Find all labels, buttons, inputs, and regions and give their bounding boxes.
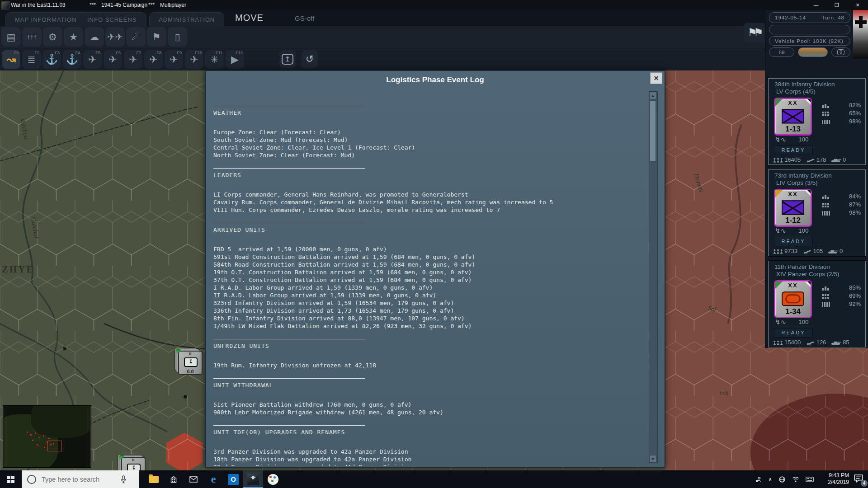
- unit-symbol-icon: ↧: [184, 357, 198, 367]
- tab-map-information[interactable]: MAP INFORMATION: [5, 12, 86, 27]
- people-icon[interactable]: [755, 476, 762, 483]
- ground-units-button[interactable]: ▤: [1, 27, 21, 47]
- up-arrow-icon: ↥: [282, 54, 294, 65]
- section-divider: [213, 425, 365, 426]
- touch-keyboard-icon[interactable]: [806, 477, 814, 482]
- afv-count: 0: [843, 156, 846, 163]
- rail-transport-button[interactable]: ≣F2: [22, 50, 41, 69]
- air-attack-button[interactable]: ✳F11: [205, 50, 224, 69]
- event-log-body: WEATHEREurope Zone: Clear (Forecast: Cle…: [213, 106, 646, 466]
- victory-flags-button[interactable]: ⚑⚑: [744, 23, 767, 42]
- movement-row: ↯∿ 100: [775, 318, 786, 326]
- network-icon[interactable]: [778, 476, 786, 483]
- minimize-button[interactable]: —: [806, 0, 826, 10]
- unit-name: 73rd Infantry Division: [774, 172, 832, 179]
- air-strike-button[interactable]: ☄: [126, 27, 146, 47]
- search-input[interactable]: [41, 475, 119, 483]
- scroll-down-button[interactable]: ▼: [649, 455, 656, 463]
- air-recon-button[interactable]: ✈F5: [83, 50, 102, 69]
- unit-stats: 82% 65% 98%: [821, 101, 861, 126]
- gs-toggle[interactable]: GS-off: [295, 14, 314, 22]
- naval-transport-button[interactable]: ⚓F3: [42, 50, 61, 69]
- unit-upgrade-button[interactable]: ↥: [279, 50, 296, 68]
- taskbar-store[interactable]: [164, 470, 184, 488]
- save-flag-button[interactable]: ⚑: [147, 27, 166, 47]
- fkey-label: F12: [236, 51, 243, 55]
- unit-counter[interactable]: XX 1-13: [774, 98, 812, 136]
- close-window-button[interactable]: ✕: [847, 0, 868, 10]
- log-line: Cavalry Rum. Corps commander, General de…: [213, 198, 646, 206]
- unit-card[interactable]: 384th Infantry Division LV Corps (4/5) X…: [768, 78, 866, 165]
- toe-value: 65%: [849, 110, 861, 117]
- log-line: 19th Rum. Infantry Division unfrozen at …: [213, 361, 646, 369]
- map-unit-counter[interactable]: ⚑ II ↧ 0-0: [178, 351, 203, 375]
- map-unit-counter[interactable]: ⚑ II ↧: [121, 457, 146, 470]
- unit-card[interactable]: 73rd Infantry Division LIV Corps (3/5) X…: [768, 169, 866, 256]
- notification-badge: 4: [861, 480, 868, 487]
- taskbar-outlook[interactable]: O: [223, 470, 243, 488]
- undo-move-button[interactable]: ↺: [302, 50, 318, 68]
- scroll-up-button[interactable]: ▲: [649, 92, 656, 99]
- taskbar-paint[interactable]: [263, 470, 283, 488]
- wite-game-icon: [247, 473, 259, 486]
- unit-counter[interactable]: XX 1-34: [774, 280, 812, 318]
- admin-points-value: 59: [779, 50, 785, 55]
- minimap-unit-dot: [38, 437, 40, 438]
- taskbar-file-explorer[interactable]: [144, 470, 164, 488]
- minimap-viewport[interactable]: [47, 441, 62, 451]
- wifi-icon[interactable]: [792, 476, 799, 482]
- dialog-title: Logistics Phase Event Log: [206, 75, 665, 84]
- tray-expand-chevron[interactable]: ∧: [768, 476, 772, 483]
- minimap-unit-dot: [48, 438, 50, 439]
- unit-counter[interactable]: XX 1-12: [774, 189, 812, 227]
- taskbar-clock[interactable]: 9:43 PM 2/4/2019: [828, 472, 849, 486]
- iron-cross-icon: [855, 16, 867, 28]
- men-count: 16405: [784, 156, 801, 163]
- taskbar-game-wite[interactable]: [243, 470, 263, 488]
- air-doctrine-button[interactable]: ✈✈: [105, 27, 125, 47]
- amphibious-transport-button[interactable]: ⚓F4: [63, 50, 81, 69]
- unit-corps: LV Corps (4/5): [776, 88, 816, 95]
- tank-icon: [830, 158, 841, 163]
- minimap-unit-dot: [32, 440, 33, 441]
- maximize-button[interactable]: ❐: [826, 0, 847, 10]
- start-button[interactable]: [0, 470, 22, 488]
- casualties-button[interactable]: †††: [22, 27, 42, 47]
- vehicle-pool-value: Vehicle Pool: 103K (92K): [775, 38, 844, 44]
- fkey-label: F10: [195, 51, 202, 55]
- taskbar-mail[interactable]: [184, 470, 203, 488]
- minimap[interactable]: [4, 406, 90, 467]
- airborne-drop-button[interactable]: ✈F9: [165, 50, 183, 69]
- minimap-unit-dot: [35, 432, 36, 434]
- status-badge: READY: [774, 328, 813, 338]
- taskbar-edge[interactable]: e: [203, 470, 223, 488]
- action-center-button[interactable]: 4: [854, 474, 865, 485]
- air-transfer-button[interactable]: ✈F10: [185, 50, 203, 69]
- echelon-label: XX: [775, 282, 811, 289]
- terrain-preview-button[interactable]: [798, 47, 828, 57]
- move-mode-button[interactable]: ↝F1: [2, 50, 20, 69]
- unit-name: 11th Panzer Division: [774, 263, 830, 270]
- ground-support-button[interactable]: ✈F7: [124, 50, 142, 69]
- air-transfer-icon: ✈: [190, 55, 198, 65]
- settings-gear-icon: ⚙: [48, 32, 57, 42]
- air-transport-button[interactable]: ✈F6: [104, 50, 122, 69]
- section-divider: [213, 168, 365, 169]
- taskbar-search[interactable]: [22, 470, 139, 488]
- counter-toggle-button[interactable]: 0: [831, 47, 850, 57]
- scroll-thumb[interactable]: [650, 100, 656, 162]
- microphone-icon: [120, 475, 127, 483]
- window-titlebar: War in the East1.11.03 *** 1941-45 Campa…: [0, 0, 868, 10]
- tab-info-screens[interactable]: INFO SCREENS: [78, 12, 146, 27]
- end-phase-button[interactable]: ▶F12: [226, 50, 244, 69]
- city-bombing-button[interactable]: ✈F8: [144, 50, 163, 69]
- weather-button[interactable]: ☁: [85, 27, 104, 47]
- unit-card[interactable]: 11th Panzer Division XIV Panzer Corps (2…: [768, 261, 866, 347]
- settings-gear-button[interactable]: ⚙: [43, 27, 62, 47]
- dialog-close-button[interactable]: ✕: [650, 72, 662, 84]
- mode-label-move[interactable]: MOVE: [235, 13, 264, 23]
- commanders-report-button[interactable]: ★: [64, 27, 83, 47]
- save-slot-button[interactable]: ▯: [168, 27, 187, 47]
- tab-administration[interactable]: ADMINISTRATION: [149, 12, 224, 27]
- dialog-scrollbar[interactable]: ▲ ▼: [649, 91, 658, 463]
